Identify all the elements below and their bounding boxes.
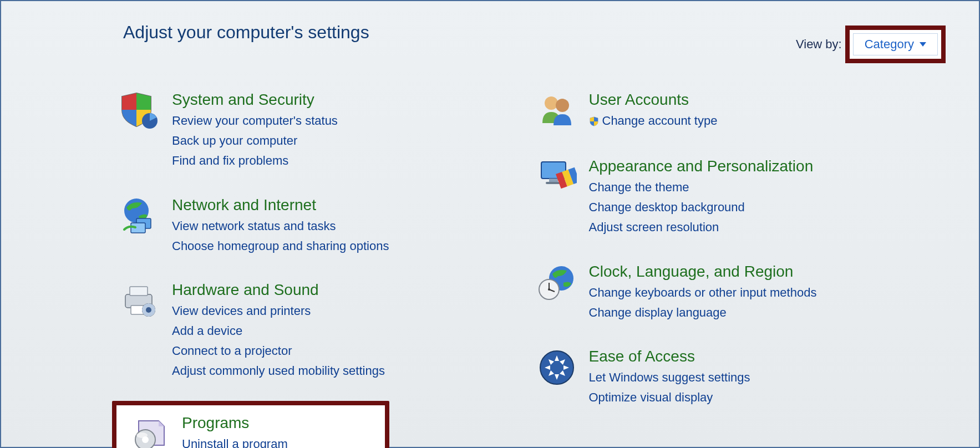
category-link[interactable]: Change desktop background	[589, 198, 916, 216]
category-title[interactable]: Programs	[182, 414, 249, 432]
category-link[interactable]: Add a device	[172, 322, 499, 340]
category-programs: Programs Uninstall a program Get program…	[112, 401, 389, 448]
svg-rect-3	[131, 223, 145, 233]
category-title[interactable]: System and Security	[172, 91, 314, 109]
control-panel-window: Adjust your computer's settings View by:…	[0, 0, 980, 448]
category-link[interactable]: Change the theme	[589, 179, 916, 196]
svg-rect-5	[130, 287, 148, 296]
category-link[interactable]: View devices and printers	[172, 302, 499, 320]
category-title[interactable]: Network and Internet	[172, 196, 316, 214]
category-link[interactable]: Change account type	[589, 112, 916, 130]
column-left: System and Security Review your computer…	[112, 85, 507, 448]
category-user-accounts: User Accounts Chan	[529, 85, 924, 139]
categories-columns: System and Security Review your computer…	[112, 85, 923, 448]
category-link[interactable]: Uninstall a program	[182, 435, 352, 448]
svg-point-12	[136, 432, 148, 438]
column-right: User Accounts Chan	[529, 85, 924, 448]
category-appearance-personalization: Appearance and Personalization Change th…	[529, 152, 924, 244]
category-link-text: Change account type	[602, 114, 718, 128]
category-title[interactable]: Ease of Access	[589, 348, 695, 365]
category-system-security: System and Security Review your computer…	[112, 85, 507, 177]
view-by: View by: Category	[796, 26, 946, 63]
category-link[interactable]: Adjust commonly used mobility settings	[172, 362, 499, 380]
category-link[interactable]: Change display language	[589, 304, 916, 322]
category-link[interactable]: Find and fix problems	[172, 152, 499, 170]
svg-rect-16	[549, 179, 558, 182]
view-by-dropdown[interactable]: Category	[853, 33, 938, 55]
users-icon	[537, 91, 577, 131]
category-title[interactable]: User Accounts	[589, 91, 689, 109]
category-link[interactable]: Back up your computer	[172, 132, 499, 150]
category-link[interactable]: Adjust screen resolution	[589, 218, 916, 236]
view-by-label: View by:	[796, 37, 842, 52]
category-hardware-sound: Hardware and Sound View devices and prin…	[112, 276, 507, 388]
category-link[interactable]: Let Windows suggest settings	[589, 369, 916, 386]
svg-point-25	[548, 288, 550, 291]
uac-shield-icon	[589, 116, 599, 126]
category-link[interactable]: Connect to a projector	[172, 342, 499, 360]
programs-icon	[130, 414, 170, 448]
printer-icon	[120, 281, 160, 321]
category-link[interactable]: Change keyboards or other input methods	[589, 284, 916, 302]
view-by-highlight: Category	[845, 26, 946, 63]
category-title[interactable]: Appearance and Personalization	[589, 157, 814, 175]
svg-point-9	[146, 307, 151, 313]
ease-of-access-icon	[537, 348, 577, 388]
shield-icon	[120, 91, 160, 131]
category-link[interactable]: View network status and tasks	[172, 217, 499, 235]
monitor-swatch-icon	[537, 157, 577, 197]
category-link[interactable]: Review your computer's status	[172, 112, 499, 130]
clock-globe-icon	[537, 263, 577, 303]
globe-network-icon	[120, 196, 160, 236]
chevron-down-icon	[920, 42, 926, 47]
category-link[interactable]: Choose homegroup and sharing options	[172, 237, 499, 255]
category-title[interactable]: Clock, Language, and Region	[589, 263, 794, 281]
category-title[interactable]: Hardware and Sound	[172, 281, 319, 299]
svg-point-14	[556, 99, 569, 112]
svg-point-13	[545, 96, 558, 110]
category-link[interactable]: Optimize visual display	[589, 389, 916, 406]
page-title: Adjust your computer's settings	[123, 22, 369, 43]
view-by-value: Category	[865, 37, 914, 52]
header-row: Adjust your computer's settings View by:…	[123, 22, 946, 63]
category-ease-of-access: Ease of Access Let Windows suggest setti…	[529, 342, 924, 414]
category-clock-language-region: Clock, Language, and Region Change keybo…	[529, 257, 924, 329]
category-network-internet: Network and Internet View network status…	[112, 191, 507, 263]
